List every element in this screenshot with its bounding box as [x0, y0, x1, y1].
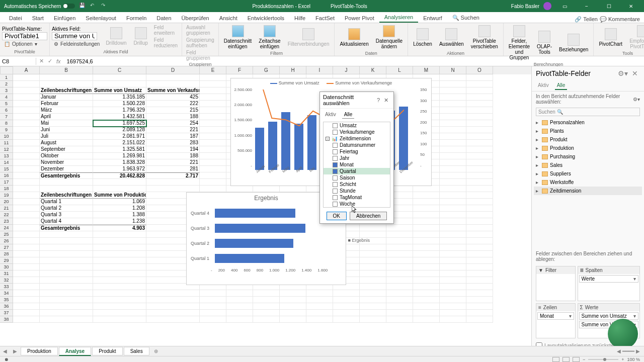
row-header[interactable]: 22	[0, 212, 13, 218]
sheet-tab[interactable]: Analyse	[59, 347, 91, 356]
enter-formula-icon[interactable]: ✓	[48, 58, 52, 64]
share-button[interactable]: 🔗 Teilen	[575, 16, 598, 23]
zoom-out-icon[interactable]: −	[583, 357, 585, 362]
dialog-tab-active[interactable]: Aktiv	[323, 111, 338, 119]
row-header[interactable]: 10	[0, 133, 13, 140]
col-header[interactable]: G	[253, 66, 280, 74]
active-field-input[interactable]	[52, 32, 97, 40]
tab-analysieren[interactable]: Analysieren	[379, 13, 418, 23]
col-header[interactable]: K	[360, 66, 386, 74]
field-panel-close-icon[interactable]: ✕	[630, 69, 640, 77]
dialog-field-item[interactable]: Stunde	[324, 188, 390, 194]
row-header[interactable]: 6	[0, 107, 13, 114]
sheet-tab[interactable]: Produkt	[92, 347, 122, 355]
olap-tools-button[interactable]: OLAP-Tools	[534, 30, 555, 56]
field-layout-icon[interactable]: ⚙▾	[633, 97, 640, 102]
user-avatar[interactable]	[543, 2, 551, 10]
maximize-icon[interactable]: ☐	[600, 0, 618, 12]
rows-area[interactable]: ≡ Zeilen Monat▾	[536, 303, 576, 338]
dialog-close-icon[interactable]: ✕	[382, 97, 390, 104]
fx-icon[interactable]: fx	[56, 58, 61, 64]
select-all-corner[interactable]	[0, 66, 13, 74]
save-icon[interactable]: 💾	[79, 3, 86, 10]
sheet-nav-next-icon[interactable]: ▶	[10, 348, 20, 354]
dialog-tab-all[interactable]: Alle	[342, 111, 355, 119]
dialog-field-item[interactable]: Verkaufsmenge	[324, 129, 390, 135]
sheet-tab[interactable]: Sales	[124, 347, 149, 355]
change-datasource-button[interactable]: Datenquelle ändern	[373, 24, 406, 50]
dialog-cancel-button[interactable]: Abbrechen	[350, 212, 387, 220]
row-header[interactable]: 2	[0, 81, 13, 87]
formula-input[interactable]: 1697524,6	[64, 58, 644, 65]
row-header[interactable]: 19	[0, 192, 13, 199]
field-panel-gear-icon[interactable]: ⚙▾	[616, 69, 630, 77]
dialog-help-icon[interactable]: ?	[375, 97, 382, 103]
row-header[interactable]: 3	[0, 87, 13, 94]
dialog-field-item[interactable]: Schicht	[324, 181, 390, 188]
dialog-field-item[interactable]: Jahr	[324, 155, 390, 161]
col-header[interactable]: B	[40, 66, 93, 74]
comments-button[interactable]: 💬 Kommentare	[600, 16, 640, 23]
ribbon-display-icon[interactable]: ▭	[555, 0, 574, 12]
tab-start[interactable]: Start	[27, 14, 49, 23]
col-header[interactable]: C	[93, 66, 146, 74]
col-header[interactable]: L	[386, 66, 413, 74]
field-tree-item[interactable]: ▸Zeitdimension	[534, 187, 642, 195]
move-pt-button[interactable]: PivotTable verschieben	[468, 24, 501, 50]
dialog-field-item[interactable]: Quartal	[324, 168, 390, 174]
dialog-field-item[interactable]: − 📊 Zeitdimension	[324, 135, 390, 142]
col-header[interactable]: E	[200, 66, 226, 74]
zoom-in-icon[interactable]: +	[621, 357, 624, 362]
tab-datei[interactable]: Datei	[4, 14, 27, 23]
tab-powerpivot[interactable]: Power Pivot	[340, 14, 379, 23]
filter-area[interactable]: ▼ Filter	[536, 266, 576, 301]
field-tree-item[interactable]: ▸Werkstoffe	[534, 178, 642, 187]
row-header[interactable]: 8	[0, 120, 13, 127]
relationships-button[interactable]: Beziehungen	[556, 33, 591, 53]
row-header[interactable]: 4	[0, 94, 13, 101]
field-subtab-all[interactable]: Alle	[555, 81, 568, 90]
tab-einfuegen[interactable]: Einfügen	[49, 14, 80, 23]
row-header[interactable]: 14	[0, 159, 13, 166]
row-header[interactable]: 27	[0, 244, 13, 251]
insert-timeline-button[interactable]: Zeitachse einfügen	[256, 24, 283, 50]
col-header[interactable]: A	[13, 66, 40, 74]
normal-view-icon[interactable]	[552, 357, 559, 362]
tab-formeln[interactable]: Formeln	[121, 14, 151, 23]
row-header[interactable]: 36	[0, 303, 13, 310]
row-header[interactable]: 11	[0, 140, 13, 146]
spreadsheet-grid[interactable]: A B C D E F G H I J K L M N O 123Zeilenb…	[0, 66, 531, 351]
record-macro-icon[interactable]: ⏺	[0, 357, 9, 362]
tab-hilfe[interactable]: Hilfe	[289, 14, 310, 23]
redo-icon[interactable]: ↷	[101, 3, 108, 10]
row-header[interactable]: 15	[0, 166, 13, 172]
sheet-tab[interactable]: Produktion	[21, 347, 58, 355]
row-header[interactable]: 26	[0, 238, 13, 244]
close-icon[interactable]: ✕	[622, 0, 640, 12]
col-header[interactable]: F	[226, 66, 253, 74]
row-header[interactable]: 13	[0, 153, 13, 159]
tab-entwicklertools[interactable]: Entwicklertools	[243, 14, 289, 23]
dialog-field-item[interactable]: Feiertag	[324, 148, 390, 155]
row-header[interactable]: 21	[0, 205, 13, 212]
name-box[interactable]: C8	[0, 58, 36, 65]
tab-suchen[interactable]: 🔍 Suchen	[447, 13, 485, 23]
dialog-field-item[interactable]: TagMonat	[324, 194, 390, 201]
row-header[interactable]: 20	[0, 199, 13, 205]
field-tree-item[interactable]: ▸Purchasing	[534, 152, 642, 161]
autosave-toggle[interactable]: Automatisches Speichern	[4, 4, 75, 9]
field-tree-item[interactable]: ▸Personalzahlen	[534, 118, 642, 127]
field-tree-item[interactable]: ▸Sales	[534, 161, 642, 169]
col-header[interactable]: D	[146, 66, 200, 74]
row-header[interactable]: 24	[0, 225, 13, 231]
field-search-input[interactable]: Suchen 🔍	[536, 108, 640, 116]
cancel-formula-icon[interactable]: ✕	[39, 58, 44, 64]
row-header[interactable]: 35	[0, 297, 13, 303]
col-header[interactable]: O	[466, 66, 493, 74]
field-tree-item[interactable]: ▸Plants	[534, 127, 642, 135]
row-header[interactable]: 7	[0, 114, 13, 120]
dialog-field-list[interactable]: UmsatzVerkaufsmenge− 📊 ZeitdimensionDatu…	[323, 122, 390, 208]
refresh-button[interactable]: Aktualisieren	[337, 27, 371, 48]
row-header[interactable]: 28	[0, 251, 13, 257]
field-tree-item[interactable]: ▸Produkt	[534, 135, 642, 144]
